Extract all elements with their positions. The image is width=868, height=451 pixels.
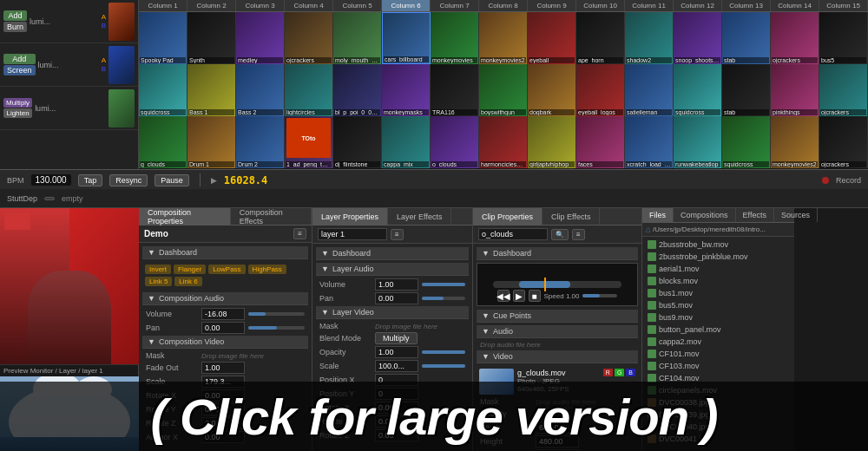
thumb-cell-3-9[interactable]: eyeball [528, 12, 576, 64]
file-item-13[interactable]: DVC00038.jpg [644, 396, 792, 409]
bpm-value[interactable]: 130.000 [31, 174, 71, 186]
thumb-cell-2-14[interactable]: pinkthings [771, 64, 819, 116]
layer-rotatez-input[interactable] [375, 429, 418, 441]
tap-button[interactable]: Tap [78, 174, 103, 186]
file-item-8[interactable]: cappa2.mov [644, 336, 792, 348]
clip-r-btn[interactable]: R [603, 369, 613, 376]
lighten-button[interactable]: Lighten [3, 108, 32, 118]
clip-play-btn[interactable]: ▶ [513, 290, 525, 302]
thumb-cell-3-3[interactable]: medley [236, 12, 285, 64]
file-item-16[interactable]: DVC00041.jpg [644, 433, 792, 445]
files-home-icon[interactable]: ⌂ [646, 225, 651, 234]
file-item-12[interactable]: circlepanels.mov [644, 384, 792, 396]
comp-rotatez-input[interactable] [201, 417, 245, 429]
comp-pan-input[interactable] [201, 322, 245, 334]
file-item-15[interactable]: DVC00040.jpg [644, 421, 792, 433]
clip-effects-tab[interactable]: Clip Effects [542, 208, 600, 225]
layer-dashboard-section[interactable]: ▼Dashboard [316, 247, 469, 260]
clip-rewind-btn[interactable]: ◀◀ [497, 290, 510, 302]
speed-slider[interactable] [582, 294, 617, 297]
file-item-1[interactable]: 2busstrobe_pinkblue.mov [644, 251, 792, 263]
multiply-button[interactable]: Multiply [3, 98, 32, 108]
layer-opacity-input[interactable] [375, 346, 418, 358]
file-item-9[interactable]: CF101.mov [644, 348, 792, 360]
layer-blend-dropdown[interactable]: Multiply [375, 332, 418, 344]
clip-dashboard-section[interactable]: ▼Dashboard [477, 247, 638, 260]
layer-volume-input[interactable] [375, 278, 418, 291]
layer-menu-btn[interactable]: ≡ [391, 229, 404, 240]
layer-pan-slider[interactable] [422, 297, 465, 300]
thumb-cell-3-6[interactable]: cars_billboard [382, 12, 431, 64]
thumb-cell-3-10[interactable]: ape_horn [576, 12, 625, 64]
thumb-cell-1-2[interactable]: Drum 1 [187, 116, 236, 168]
comp-volume-input[interactable] [201, 308, 245, 320]
file-item-3[interactable]: blocks.mov [644, 275, 792, 287]
layer-name-input[interactable] [318, 228, 387, 240]
effects-tab[interactable]: Effects [736, 208, 774, 222]
comp-video-section[interactable]: ▼Composition Video [142, 336, 308, 349]
comp-volume-slider[interactable] [248, 312, 305, 316]
comp-effects-tab[interactable]: Composition Effects [231, 208, 312, 225]
thumb-cell-1-1[interactable]: g_clouds [139, 116, 187, 168]
invert-btn[interactable]: Invert [145, 265, 171, 274]
layer-posy-input[interactable] [375, 388, 418, 400]
file-item-0[interactable]: 2busstrobe_bw.mov [644, 239, 792, 251]
comp-anchorx-input[interactable] [201, 431, 245, 443]
layer-opacity-slider[interactable] [422, 350, 465, 354]
highpass-btn[interactable]: HighPass [248, 265, 286, 274]
clip-search-btn[interactable]: 🔍 [551, 229, 569, 240]
screen-button-2[interactable]: Screen [3, 65, 36, 75]
clip-video-section[interactable]: ▼Video [477, 350, 638, 363]
thumb-cell-1-7[interactable]: o_clouds [431, 116, 479, 168]
layer-audio-section[interactable]: ▼Layer Audio [316, 263, 469, 276]
file-item-5[interactable]: bus5.mov [644, 299, 792, 311]
comp-audio-section[interactable]: ▼Composition Audio [142, 292, 308, 305]
clip-cue-section[interactable]: ▼Cue Points [477, 310, 638, 323]
compositions-tab[interactable]: Compositions [674, 208, 736, 222]
layer-pan-input[interactable] [375, 292, 418, 304]
stuttdep-button[interactable] [44, 197, 55, 200]
thumb-cell-3-14[interactable]: ojcrackers [771, 12, 819, 64]
resync-button[interactable]: Resync [109, 174, 148, 186]
file-item-2[interactable]: aerial1.mov [644, 263, 792, 275]
layer-effects-tab[interactable]: Layer Effects [388, 208, 451, 225]
add-button-3[interactable]: Add [3, 10, 27, 21]
clip-menu-btn[interactable]: ≡ [572, 229, 585, 240]
pause-button[interactable]: Pause [155, 174, 189, 186]
lowpass-btn[interactable]: LowPass [208, 265, 245, 274]
file-item-4[interactable]: bus1.mov [644, 287, 792, 299]
comp-scale-input[interactable] [201, 376, 245, 388]
thumb-cell-1-13[interactable]: squidcross [722, 116, 771, 168]
thumb-cell-2-13[interactable]: stab [722, 64, 771, 116]
file-item-7[interactable]: button_panel.mov [644, 324, 792, 336]
comp-rotatex-input[interactable] [201, 389, 245, 402]
flanger-btn[interactable]: Flanger [174, 265, 206, 274]
clip-name-input[interactable] [478, 228, 548, 240]
link5-btn[interactable]: Link 5 [145, 277, 172, 286]
thumb-cell-1-10[interactable]: faces [576, 116, 625, 168]
thumb-cell-3-2[interactable]: Synth [187, 12, 236, 64]
layer-video-section[interactable]: ▼Layer Video [316, 306, 469, 319]
thumb-cell-2-10[interactable]: eyeball_logos [576, 64, 625, 116]
comp-props-tab[interactable]: Composition Properties [139, 208, 231, 225]
file-item-6[interactable]: bus9.mov [644, 311, 792, 324]
thumb-cell-1-6[interactable]: cappa_mix [382, 116, 431, 168]
layer-volume-slider[interactable] [422, 283, 465, 286]
layer-rotatey-input[interactable] [375, 415, 418, 428]
file-item-14[interactable]: DVC00039.jpg [644, 409, 792, 421]
comp-fade-input[interactable] [201, 362, 245, 374]
clip-audio-section[interactable]: ▼Audio [477, 325, 638, 338]
comp-settings-btn[interactable]: ≡ [293, 228, 306, 239]
thumb-cell-1-12[interactable]: runwakebeatlop [674, 116, 722, 168]
thumb-cell-1-15[interactable]: ojcrackers [819, 116, 868, 168]
thumb-cell-2-9[interactable]: dogbark [528, 64, 576, 116]
thumb-cell-1-4[interactable]: TOto 1_ad_peng_toilets [285, 116, 333, 168]
layer-scale-slider[interactable] [422, 364, 465, 368]
thumb-cell-2-1[interactable]: squidcross [139, 64, 187, 116]
file-item-11[interactable]: CF104.mov [644, 372, 792, 384]
layer-posx-input[interactable] [375, 374, 418, 386]
layer-rotatex-input[interactable] [375, 402, 418, 414]
add-button-2[interactable]: Add [3, 54, 36, 64]
burn-button-3[interactable]: Burn [3, 22, 27, 32]
sources-tab[interactable]: Sources [774, 208, 818, 222]
